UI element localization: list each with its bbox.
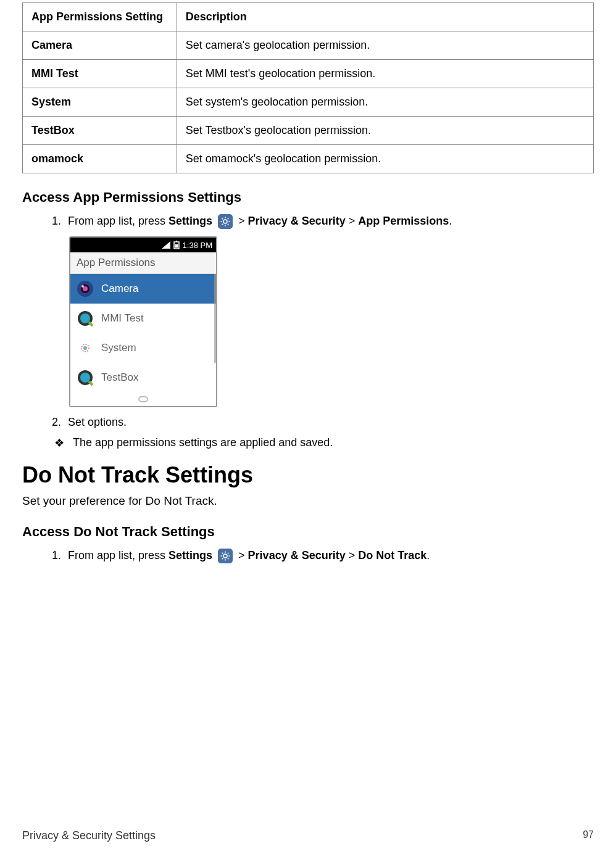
status-time: 1:38 PM bbox=[183, 241, 212, 250]
privacy-security-label: Privacy & Security bbox=[248, 549, 346, 562]
mmi-test-app-icon bbox=[77, 310, 94, 327]
section-heading-access-dnt: Access Do Not Track Settings bbox=[22, 524, 594, 540]
step-2: Set options. bbox=[64, 416, 594, 429]
svg-point-13 bbox=[80, 373, 90, 383]
permission-label: MMI Test bbox=[101, 312, 144, 325]
table-row: TestBox Set Testbox's geolocation permis… bbox=[23, 117, 594, 145]
table-row: MMI Test Set MMI test's geolocation perm… bbox=[23, 60, 594, 88]
settings-label: Settings bbox=[169, 215, 212, 227]
table-row: System Set system's geolocation permissi… bbox=[23, 88, 594, 117]
setting-description: Set MMI test's geolocation permission. bbox=[177, 60, 593, 88]
step-1-dnt: From app list, press Settings > Privacy … bbox=[64, 549, 594, 563]
steps-list: From app list, press Settings > Privacy … bbox=[64, 214, 594, 229]
setting-description: Set system's geolocation permission. bbox=[177, 88, 593, 117]
settings-icon bbox=[218, 549, 233, 563]
table-row: omamock Set omamock's geolocation permis… bbox=[23, 145, 594, 173]
table-header-row: App Permissions Setting Description bbox=[23, 3, 594, 31]
step-text: From app list, press bbox=[68, 549, 169, 562]
section-title-do-not-track: Do Not Track Settings bbox=[22, 462, 594, 488]
steps-list-dnt: From app list, press Settings > Privacy … bbox=[64, 549, 594, 563]
setting-name: MMI Test bbox=[23, 60, 177, 88]
svg-rect-2 bbox=[176, 241, 177, 242]
setting-name: omamock bbox=[23, 145, 177, 173]
gt-separator: > bbox=[238, 215, 248, 227]
app-permissions-label: App Permissions bbox=[358, 215, 449, 227]
permission-row-mmi-test[interactable]: MMI Test bbox=[70, 304, 216, 333]
status-bar: 1:38 PM bbox=[70, 238, 216, 252]
phone-screenshot: 1:38 PM App Permissions Camera MMI Test … bbox=[69, 236, 217, 407]
svg-point-11 bbox=[83, 346, 87, 350]
table-header-setting: App Permissions Setting bbox=[23, 3, 177, 31]
testbox-app-icon bbox=[77, 369, 94, 386]
app-permissions-header: App Permissions bbox=[70, 252, 216, 274]
permission-row-system[interactable]: System bbox=[70, 333, 216, 363]
permission-label: TestBox bbox=[101, 371, 138, 384]
gt-separator: > bbox=[238, 549, 248, 562]
setting-name: System bbox=[23, 88, 177, 117]
do-not-track-label: Do Not Track bbox=[358, 549, 427, 562]
svg-point-15 bbox=[223, 554, 227, 558]
setting-description: Set camera's geolocation permission. bbox=[177, 31, 593, 60]
section-heading-access-app-permissions: Access App Permissions Settings bbox=[22, 189, 594, 205]
diamond-bullet-icon: ❖ bbox=[54, 436, 64, 450]
page-number: 97 bbox=[583, 829, 594, 842]
camera-app-icon bbox=[77, 280, 94, 297]
footer-section-title: Privacy & Security Settings bbox=[22, 829, 156, 842]
permission-label: System bbox=[101, 342, 136, 354]
svg-point-0 bbox=[223, 220, 227, 223]
setting-description: Set omamock's geolocation permission. bbox=[177, 145, 593, 173]
svg-rect-3 bbox=[175, 244, 178, 248]
signal-icon bbox=[162, 241, 170, 249]
setting-name: TestBox bbox=[23, 117, 177, 145]
svg-point-7 bbox=[81, 285, 84, 288]
permission-row-camera[interactable]: Camera bbox=[70, 274, 216, 304]
svg-point-9 bbox=[80, 313, 90, 323]
settings-icon bbox=[218, 214, 233, 229]
step-text: From app list, press bbox=[68, 215, 169, 227]
settings-label: Settings bbox=[169, 549, 212, 562]
result-text: The app permissions settings are applied… bbox=[73, 436, 333, 449]
gt-separator: > bbox=[346, 215, 359, 227]
gt-separator: > bbox=[346, 549, 359, 562]
system-app-icon bbox=[77, 339, 94, 357]
setting-name: Camera bbox=[23, 31, 177, 60]
permission-label: Camera bbox=[101, 283, 138, 295]
period: . bbox=[427, 549, 430, 562]
table-header-description: Description bbox=[177, 3, 593, 31]
result-bullet: ❖ The app permissions settings are appli… bbox=[54, 436, 594, 450]
table-row: Camera Set camera's geolocation permissi… bbox=[23, 31, 594, 60]
section-intro: Set your preference for Do Not Track. bbox=[22, 494, 594, 508]
steps-list-continued: Set options. bbox=[64, 416, 594, 429]
step-1: From app list, press Settings > Privacy … bbox=[64, 214, 594, 229]
svg-rect-14 bbox=[139, 397, 148, 402]
permission-row-testbox[interactable]: TestBox bbox=[70, 363, 216, 392]
battery-icon bbox=[173, 241, 180, 249]
permissions-table: App Permissions Setting Description Came… bbox=[22, 2, 594, 173]
setting-description: Set Testbox's geolocation permission. bbox=[177, 117, 593, 145]
period: . bbox=[449, 215, 452, 227]
page-footer: Privacy & Security Settings 97 bbox=[22, 829, 594, 842]
privacy-security-label: Privacy & Security bbox=[248, 215, 346, 227]
home-indicator-icon bbox=[70, 392, 216, 406]
